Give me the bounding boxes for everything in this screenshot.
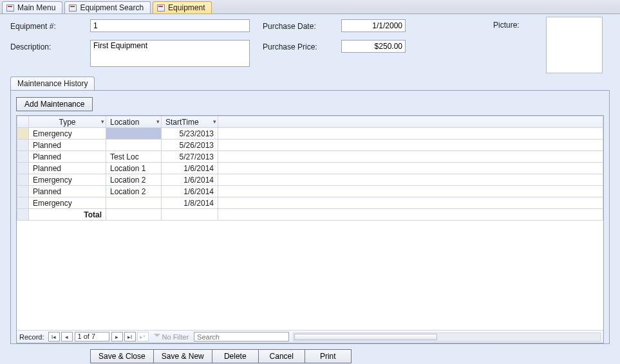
cell-starttime[interactable]: 1/6/2014 [162, 174, 218, 186]
cell-location[interactable] [106, 197, 162, 209]
col-header-type[interactable]: Type ▾ [29, 116, 106, 128]
cell-location[interactable]: Test Loc [106, 151, 162, 163]
cell-type[interactable]: Emergency [29, 197, 106, 209]
tab-maintenance-history[interactable]: Maintenance History [10, 77, 95, 90]
cell-location[interactable]: Location 2 [106, 174, 162, 186]
purchase-date-field[interactable] [341, 19, 406, 32]
cell-starttime[interactable]: 1/6/2014 [162, 163, 218, 174]
label-purchase-price: Purchase Price: [263, 42, 317, 51]
cancel-button[interactable]: Cancel [259, 349, 305, 363]
horizontal-scrollbar[interactable] [293, 332, 601, 341]
tab-label: Main Menu [17, 3, 55, 12]
new-record-button[interactable]: ▸* [137, 332, 149, 341]
total-label: Total [29, 209, 106, 221]
cell-starttime[interactable]: 5/23/2013 [162, 128, 218, 140]
cell-type[interactable]: Planned [29, 140, 106, 151]
maintenance-grid: Type ▾ Location ▾ StartTime ▾ [16, 115, 604, 343]
form-header: Equipment #: Description: Purchase Date:… [0, 14, 620, 77]
form-icon [69, 5, 77, 12]
row-selector-header[interactable] [17, 116, 29, 128]
funnel-icon [154, 334, 160, 340]
cell-location[interactable] [106, 140, 162, 151]
cell-type[interactable]: Planned [29, 163, 106, 174]
save-close-button[interactable]: Save & Close [90, 349, 154, 363]
cell-blank [218, 186, 603, 197]
col-header-blank [218, 116, 603, 128]
cell-type[interactable]: Emergency [29, 174, 106, 186]
form-icon [157, 5, 165, 12]
cell-location[interactable] [106, 128, 162, 140]
label-purchase-date: Purchase Date: [263, 22, 316, 31]
label-description: Description: [10, 42, 51, 51]
description-field[interactable] [90, 40, 250, 67]
equipment-no-field[interactable] [90, 19, 250, 32]
table-row[interactable]: PlannedLocation 11/6/2014 [17, 163, 603, 174]
next-record-button[interactable]: ▸ [111, 332, 123, 341]
chevron-down-icon[interactable]: ▾ [101, 118, 104, 125]
table-row[interactable]: EmergencyLocation 21/6/2014 [17, 174, 603, 186]
row-selector[interactable] [17, 128, 29, 140]
subtab-strip: Maintenance History [10, 77, 610, 90]
delete-button[interactable]: Delete [212, 349, 259, 363]
cell-blank [218, 140, 603, 151]
no-filter-indicator[interactable]: No Filter [154, 333, 189, 341]
cell-type[interactable]: Planned [29, 151, 106, 163]
cell-blank [218, 151, 603, 163]
tab-label: Equipment Search [80, 3, 144, 12]
last-record-button[interactable]: ▸I [124, 332, 136, 341]
purchase-price-field[interactable] [341, 40, 406, 53]
row-selector[interactable] [17, 197, 29, 209]
picture-box[interactable] [546, 17, 603, 73]
col-header-starttime[interactable]: StartTime ▾ [162, 116, 218, 128]
form-button-bar: Save & Close Save & New Delete Cancel Pr… [90, 349, 620, 363]
tab-equipment[interactable]: Equipment [153, 1, 212, 14]
cell-starttime[interactable]: 1/6/2014 [162, 186, 218, 197]
col-header-location[interactable]: Location ▾ [106, 116, 162, 128]
tab-equipment-search[interactable]: Equipment Search [64, 1, 151, 14]
cell-starttime[interactable]: 5/27/2013 [162, 151, 218, 163]
cell-type[interactable]: Planned [29, 186, 106, 197]
row-selector[interactable] [17, 140, 29, 151]
cell-location[interactable]: Location 1 [106, 163, 162, 174]
search-input[interactable] [194, 332, 289, 341]
table-row[interactable]: Emergency1/8/2014 [17, 197, 603, 209]
tab-main-menu[interactable]: Main Menu [2, 1, 62, 14]
row-selector[interactable] [17, 163, 29, 174]
row-selector[interactable] [17, 151, 29, 163]
add-maintenance-button[interactable]: Add Maintenance [16, 97, 93, 111]
chevron-down-icon[interactable]: ▾ [213, 118, 216, 125]
cell-starttime[interactable]: 1/8/2014 [162, 197, 218, 209]
document-tabstrip: Main Menu Equipment Search Equipment [0, 0, 620, 14]
chevron-down-icon[interactable]: ▾ [156, 118, 160, 125]
record-position[interactable]: 1 of 7 [75, 332, 109, 341]
table-row[interactable]: Emergency5/23/2013 [17, 128, 603, 140]
cell-starttime[interactable]: 5/26/2013 [162, 140, 218, 151]
table-row[interactable]: PlannedTest Loc5/27/2013 [17, 151, 603, 163]
form-icon [6, 5, 14, 12]
cell-type[interactable]: Emergency [29, 128, 106, 140]
maintenance-history-panel: Add Maintenance Type ▾ [10, 90, 610, 344]
cell-blank [218, 163, 603, 174]
label-picture: Picture: [493, 21, 520, 30]
record-navigator: Record: I◂ ◂ 1 of 7 ▸ ▸I ▸* No Filter [17, 330, 603, 343]
save-new-button[interactable]: Save & New [154, 349, 212, 363]
print-button[interactable]: Print [305, 349, 352, 363]
table-row[interactable]: Planned5/26/2013 [17, 140, 603, 151]
prev-record-button[interactable]: ◂ [61, 332, 73, 341]
row-selector[interactable] [17, 186, 29, 197]
subtab-label: Maintenance History [17, 79, 88, 88]
table-row[interactable]: PlannedLocation 21/6/2014 [17, 186, 603, 197]
total-row: Total [17, 209, 603, 221]
tab-label: Equipment [168, 3, 205, 12]
cell-blank [218, 128, 603, 140]
label-equipment-no: Equipment #: [10, 22, 56, 31]
cell-location[interactable]: Location 2 [106, 186, 162, 197]
cell-blank [218, 197, 603, 209]
recnav-label: Record: [19, 333, 44, 341]
first-record-button[interactable]: I◂ [48, 332, 60, 341]
cell-blank [218, 174, 603, 186]
row-selector[interactable] [17, 174, 29, 186]
grid-header-row: Type ▾ Location ▾ StartTime ▾ [17, 116, 603, 128]
